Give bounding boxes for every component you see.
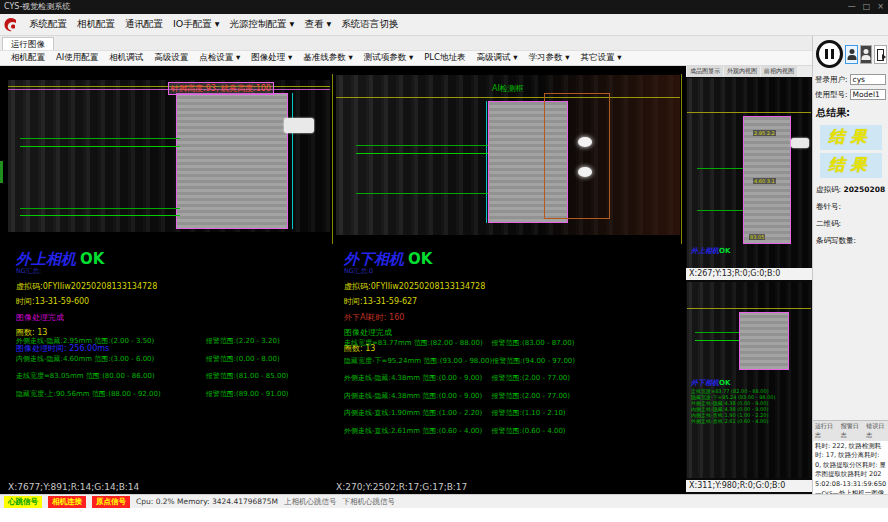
- window-title: CYS-视觉检测系统: [4, 2, 70, 11]
- measurement-value: 内侧走线-直线:1.90mm 范围:(1.00 - 2.20): [344, 410, 492, 417]
- menu-item[interactable]: 查看 ▾: [299, 16, 336, 33]
- thumbnail-tab[interactable]: 外观内视图: [724, 66, 760, 77]
- measurement-row: 走线宽度=83.05mm 范围:(80.00 - 86.00) 报警范围:(81…: [16, 373, 322, 380]
- edge-line-cyan: [486, 101, 487, 223]
- menu-item[interactable]: 相机配置: [72, 16, 120, 33]
- bottom-whitespace: [0, 508, 888, 522]
- left-cursor-coords: X:7677;Y:891;R:14;G:14;B:14: [8, 482, 139, 492]
- alarm-range: 报警范围:(94.00 - 97.00): [492, 358, 672, 365]
- menu-items: 系统配置相机配置通讯配置IO手配置 ▾光源控制配置 ▾查看 ▾系统语言切换: [24, 16, 403, 33]
- toolbar-item[interactable]: 点检设置 ▾: [194, 51, 245, 65]
- measurement-row: 隐藏宽度-下=95.24mm 范围:(93.00 - 98.00) 报警范围:(…: [344, 358, 672, 365]
- alarm-range: 报警范围:(83.00 - 87.00): [492, 340, 672, 347]
- alarm-range: 报警范围:(0.00 - 8.00): [206, 356, 322, 363]
- toolbar-item[interactable]: 高级设置: [149, 51, 193, 65]
- exit-arrow-icon: [882, 54, 886, 60]
- mid-camera-image[interactable]: AI检测框: [336, 75, 680, 235]
- result-box-1: 结果: [820, 125, 882, 150]
- toolbar-item[interactable]: 图像处理 ▾: [246, 51, 297, 65]
- thumb1-cursor-coords: X:267;Y:13;R:0;G:0;B:0: [686, 268, 812, 280]
- toolbar-item[interactable]: 相机配置: [6, 51, 50, 65]
- toolbar-item[interactable]: PLC地址表: [419, 51, 470, 65]
- measure-line-green: [356, 145, 488, 146]
- tab-run-image[interactable]: 运行图像: [2, 37, 54, 50]
- annotation-value: 2.95 2.2: [753, 130, 776, 136]
- minimize-icon[interactable]: —: [848, 0, 856, 14]
- toolbar-item[interactable]: 高级调试 ▾: [472, 51, 523, 65]
- mini-camera-title: 外上相机OK: [691, 246, 730, 256]
- measurement-value: 外侧走线-直线:2.61mm 范围:(0.60 - 4.00): [344, 428, 492, 435]
- close-icon[interactable]: ×: [877, 0, 884, 14]
- measurement-value: 走线宽度=83.77mm 范围:(82.00 - 88.00): [344, 340, 492, 347]
- process-done-line: 图像处理完成: [16, 312, 157, 323]
- highlight-blob: [578, 137, 592, 147]
- measure-line-green: [20, 138, 180, 139]
- time-line: 时间:13-31-59-627: [344, 296, 485, 307]
- panel-divider: [332, 74, 333, 244]
- measure-line-green: [695, 340, 739, 341]
- baseline-yellow: [336, 97, 680, 98]
- menubar: 系统配置相机配置通讯配置IO手配置 ▾光源控制配置 ▾查看 ▾系统语言切换: [0, 14, 888, 36]
- measure-line-green: [695, 332, 739, 333]
- measurement-row: 外侧走线-直线:2.61mm 范围:(0.60 - 4.00) 报警范围:(0.…: [344, 428, 672, 435]
- ok-status: OK: [408, 250, 432, 268]
- toolbar-item[interactable]: 基准线参数 ▾: [298, 51, 357, 65]
- left-camera-image[interactable]: 针脚高度:93, 线夹高度:100: [8, 80, 330, 232]
- measure-line-green: [697, 210, 743, 211]
- menu-item[interactable]: 通讯配置: [120, 16, 168, 33]
- model-field[interactable]: Model1: [850, 89, 886, 100]
- control-sidebar: 登录用户: cys 使用型号: Model1 总结果: 结果 结果 虚拟码: 2…: [812, 36, 888, 494]
- log-tab[interactable]: 运行日志: [813, 421, 838, 441]
- part-region: [739, 312, 789, 370]
- menu-item[interactable]: 系统语言切换: [336, 16, 403, 33]
- barcode-line: 虚拟码:0FYIIiw20250208133134728: [16, 281, 157, 292]
- edge-line-cyan: [292, 93, 293, 229]
- status-bar: 心跳信号 相机连接 原点信号 Cpu: 0.2% Memory: 3424.41…: [0, 494, 888, 508]
- toolbar-item[interactable]: 测试项参数 ▾: [359, 51, 418, 65]
- measurement-row: 外侧走线-隐藏:2.95mm 范围:(2.00 - 3.50) 报警范围:(2.…: [16, 338, 322, 345]
- measure-line-green: [20, 146, 180, 147]
- login-user-field[interactable]: cys: [850, 74, 886, 85]
- thumbnail-tab[interactable]: 成品图显示: [687, 66, 723, 77]
- log-tab[interactable]: 报警日志: [839, 421, 864, 441]
- mid-result-block: 外下相机OK NG汇总:0 虚拟码:0FYIIiw202502081331347…: [344, 250, 485, 354]
- pause-button[interactable]: [816, 40, 843, 68]
- barcode-line: 虚拟码:0FYIIiw20250208133134728: [344, 281, 485, 292]
- barcode-info: 虚拟码: 20250208: [813, 178, 888, 195]
- ai-box-label: AI检测框: [492, 83, 524, 94]
- annotation-value: 83.05: [749, 234, 765, 240]
- origin-signal-badge: 原点信号: [92, 496, 130, 508]
- main-view-area: 针脚高度:93, 线夹高度:100 外上相机OK NG汇总: 虚拟码:0FYII…: [0, 66, 812, 494]
- thumb2-image[interactable]: 外下相机OK 走线宽度=83.77 (82.00 - 88.00)隐藏宽度-下=…: [687, 282, 811, 478]
- measurement-row: 内侧走线-直线:1.90mm 范围:(1.00 - 2.20) 报警范围:(1.…: [344, 410, 672, 417]
- edge-marker: [0, 161, 3, 183]
- thumbnail-tab[interactable]: 前相内视图: [761, 66, 797, 77]
- log-tab[interactable]: 错误日志: [864, 421, 888, 441]
- mini-camera-title: 外下相机OK: [691, 378, 775, 388]
- menu-item[interactable]: IO手配置 ▾: [168, 16, 225, 33]
- titlebar[interactable]: CYS-视觉检测系统 — □ ×: [0, 0, 888, 14]
- toolbar-item[interactable]: AI使用配置: [51, 51, 103, 65]
- control-buttons: [813, 36, 888, 72]
- total-result-label: 总结果:: [813, 102, 888, 122]
- toolbar-item[interactable]: 学习参数 ▾: [523, 51, 574, 65]
- thumb2-mini-result: 外下相机OK 走线宽度=83.77 (82.00 - 88.00)隐藏宽度-下=…: [691, 378, 775, 424]
- exit-button[interactable]: [874, 45, 887, 64]
- menu-item[interactable]: 光源控制配置 ▾: [225, 16, 300, 33]
- login-user-label: 登录用户:: [815, 75, 848, 85]
- measurement-row: 外侧走线-隐藏:4.38mm 范围:(0.00 - 9.00) 报警范围:(2.…: [344, 375, 672, 382]
- log-panel: 运行日志报警日志错误日志 耗时: 222, 纹路检测耗时: 17, 纹路分离耗时…: [813, 420, 888, 494]
- baseline-yellow: [687, 112, 811, 113]
- thumb1-image[interactable]: 2.95 2.2 4.60 3.1 83.05 外上相机OK: [687, 78, 811, 268]
- account-button[interactable]: [860, 45, 873, 64]
- user-icon: [849, 49, 854, 54]
- measurement-row: 走线宽度=83.77mm 范围:(82.00 - 88.00) 报警范围:(83…: [344, 340, 672, 347]
- measure-line-green: [697, 168, 743, 169]
- app-window: CYS-视觉检测系统 — □ × 系统配置相机配置通讯配置IO手配置 ▾光源控制…: [0, 0, 888, 522]
- toolbar-item[interactable]: 相机调试: [104, 51, 148, 65]
- user-button[interactable]: [845, 45, 858, 64]
- toolbar-item[interactable]: 其它设置 ▾: [575, 51, 626, 65]
- menu-item[interactable]: 系统配置: [24, 16, 72, 33]
- maximize-icon[interactable]: □: [863, 0, 871, 14]
- alarm-range: 报警范围:(89.00 - 91.00): [206, 391, 322, 398]
